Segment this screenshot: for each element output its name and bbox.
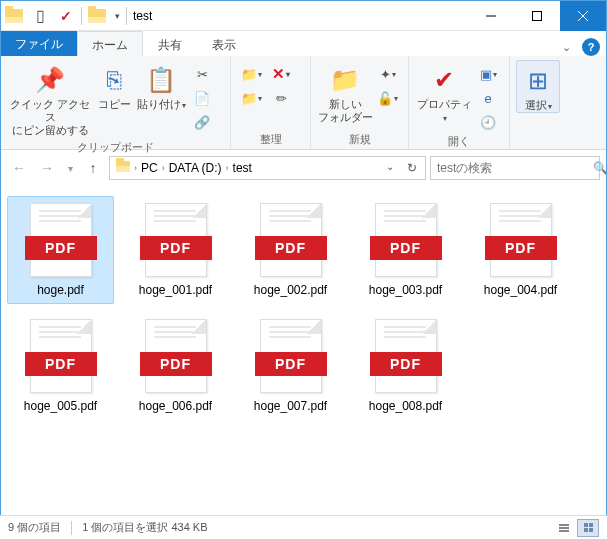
icons-view-button[interactable] (577, 519, 599, 537)
pdf-icon: PDF (260, 203, 322, 277)
svg-rect-1 (533, 12, 542, 21)
breadcrumb[interactable]: DATA (D:) (165, 161, 226, 175)
pdf-icon: PDF (145, 203, 207, 277)
ribbon: 📌 クイック アクセス にピン留めする ⎘ コピー 📋 貼り付け▾ ✂ 📄 🔗 … (1, 56, 606, 150)
file-item[interactable]: PDFhoge_006.pdf (122, 312, 229, 420)
file-list[interactable]: PDFhoge.pdfPDFhoge_001.pdfPDFhoge_002.pd… (1, 186, 606, 496)
group-label: クリップボード (7, 138, 224, 157)
file-item[interactable]: PDFhoge.pdf (7, 196, 114, 304)
help-button[interactable]: ? (582, 38, 600, 56)
tab-share[interactable]: 共有 (143, 31, 197, 56)
easy-access-button[interactable]: 🔓▾ (377, 88, 398, 108)
delete-button[interactable]: ✕▾ (270, 64, 292, 84)
file-item[interactable]: PDFhoge_004.pdf (467, 196, 574, 304)
separator (81, 7, 82, 25)
details-view-button[interactable] (553, 519, 575, 537)
copy-to-button[interactable]: 📁▾ (241, 88, 262, 108)
file-name: hoge_001.pdf (139, 277, 212, 297)
up-button[interactable]: ↑ (81, 156, 105, 180)
file-name: hoge_006.pdf (139, 393, 212, 413)
close-button[interactable] (560, 1, 606, 31)
pdf-icon: PDF (30, 203, 92, 277)
move-to-button[interactable]: 📁▾ (241, 64, 262, 84)
folder-icon (1, 1, 27, 31)
breadcrumb[interactable]: PC (137, 161, 162, 175)
file-item[interactable]: PDFhoge_008.pdf (352, 312, 459, 420)
file-name: hoge_007.pdf (254, 393, 327, 413)
open-button[interactable]: ▣▾ (477, 64, 499, 84)
file-item[interactable]: PDFhoge_007.pdf (237, 312, 344, 420)
qat-dropdown[interactable]: ▾ (110, 1, 124, 31)
search-input[interactable] (431, 161, 593, 175)
paste-shortcut-button[interactable]: 🔗 (191, 112, 213, 132)
copy-path-button[interactable]: 📄 (191, 88, 213, 108)
address-bar[interactable]: › PC › DATA (D:) › test ⌄ ↻ (109, 156, 426, 180)
pdf-icon: PDF (260, 319, 322, 393)
select-button[interactable]: ⊞ 選択▾ (516, 60, 560, 113)
file-name: hoge_002.pdf (254, 277, 327, 297)
pdf-icon: PDF (490, 203, 552, 277)
rename-button[interactable]: ✏ (270, 88, 292, 108)
back-button[interactable]: ← (7, 156, 31, 180)
file-name: hoge_008.pdf (369, 393, 442, 413)
group-label: 整理 (237, 130, 304, 149)
ribbon-tabs: ファイル ホーム 共有 表示 ⌄ ? (1, 31, 606, 56)
file-item[interactable]: PDFhoge_001.pdf (122, 196, 229, 304)
history-button[interactable]: 🕘 (477, 112, 499, 132)
folder-icon (112, 161, 134, 175)
file-item[interactable]: PDFhoge_003.pdf (352, 196, 459, 304)
file-name: hoge_004.pdf (484, 277, 557, 297)
minimize-button[interactable] (468, 1, 514, 31)
file-item[interactable]: PDFhoge_005.pdf (7, 312, 114, 420)
cut-button[interactable]: ✂ (191, 64, 213, 84)
pdf-icon: PDF (145, 319, 207, 393)
address-dropdown-button[interactable]: ⌄ (379, 161, 401, 175)
file-name: hoge_003.pdf (369, 277, 442, 297)
selection-info: 1 個の項目を選択 434 KB (82, 520, 207, 535)
search-box[interactable]: 🔍 (430, 156, 600, 180)
separator (126, 7, 127, 25)
tab-view[interactable]: 表示 (197, 31, 251, 56)
folder-icon (84, 1, 110, 31)
new-folder-button[interactable]: 📁 新しい フォルダー (317, 60, 373, 124)
recent-locations-button[interactable]: ▾ (63, 156, 77, 180)
paste-button[interactable]: 📋 貼り付け▾ (135, 60, 187, 111)
group-label: 開く (415, 132, 503, 151)
qat-item[interactable]: ▯ (27, 1, 53, 31)
tab-home[interactable]: ホーム (77, 31, 143, 56)
new-item-button[interactable]: ✦▾ (377, 64, 398, 84)
pdf-icon: PDF (375, 319, 437, 393)
pdf-icon: PDF (375, 203, 437, 277)
group-label (516, 133, 560, 149)
properties-button[interactable]: ✔ プロパティ▾ (415, 60, 473, 124)
file-name: hoge_005.pdf (24, 393, 97, 413)
refresh-button[interactable]: ↻ (401, 161, 423, 175)
item-count: 9 個の項目 (8, 520, 61, 535)
pin-to-quickaccess-button[interactable]: 📌 クイック アクセス にピン留めする (7, 60, 93, 138)
maximize-button[interactable] (514, 1, 560, 31)
file-name: hoge.pdf (37, 277, 84, 297)
pdf-icon: PDF (30, 319, 92, 393)
file-item[interactable]: PDFhoge_002.pdf (237, 196, 344, 304)
title-bar: ▯ ✓ ▾ test (1, 1, 606, 31)
breadcrumb[interactable]: test (229, 161, 256, 175)
collapse-ribbon-button[interactable]: ⌄ (556, 41, 576, 54)
nav-bar: ← → ▾ ↑ › PC › DATA (D:) › test ⌄ ↻ 🔍 (1, 150, 606, 186)
group-label: 新規 (317, 130, 402, 149)
qat-check[interactable]: ✓ (53, 1, 79, 31)
search-icon[interactable]: 🔍 (593, 161, 607, 175)
tab-file[interactable]: ファイル (1, 31, 77, 56)
window-title: test (129, 9, 468, 23)
edit-button[interactable]: e (477, 88, 499, 108)
forward-button[interactable]: → (35, 156, 59, 180)
separator (71, 521, 72, 535)
copy-button[interactable]: ⎘ コピー (93, 60, 135, 111)
status-bar: 9 個の項目 1 個の項目を選択 434 KB (0, 515, 607, 539)
